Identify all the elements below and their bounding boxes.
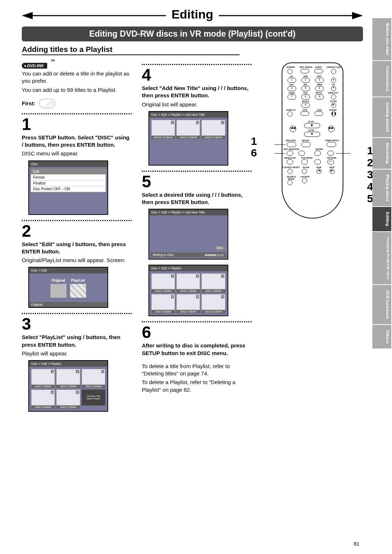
remote-control-diagram: 1 6 1 2 3 4 5 POWER REC SPEED AUDIO OPEN… [262,59,363,219]
step-3-body: Playlist will appear. [22,350,132,357]
step-5-screen-b: Disc > Edit > Playlist 1JAN/1 1:00AM 2JA… [148,265,228,316]
step-5-screen-a: Disc > Edit > Playlist > Add New Title 5… [148,209,228,260]
tab-playing-discs: Playing discs [372,170,391,207]
step-5-head: Select a desired title using / / / butto… [142,191,252,206]
step-3-number: 3 [22,315,132,332]
side-tabs: Before you start Connections Getting sta… [372,18,391,349]
sub-banner: Editing DVD-RW discs in VR mode (Playlis… [22,27,363,41]
step-1-number: 1 [22,116,132,133]
step-3-head: Select "PlayList" using / buttons, then … [22,334,132,349]
step-3-screen: Disc > Edit > Playlist 1JAN/1 1:00AM 2JA… [28,360,108,412]
step-2-body: Original/PlayList menu will appear. Scre… [22,257,132,264]
tab-editing: Editing [372,207,391,232]
dvd-rw-badge: ● DVD-RW [22,63,47,69]
step-1-head: Press SETUP button. Select "DISC" using … [22,134,132,149]
tab-recording: Recording [372,138,391,170]
step-6-body-2: To delete a Playlist, refer to "Deleting… [142,379,252,394]
tab-before-you-start: Before you start [372,18,391,61]
step-4-number: 4 [142,66,252,83]
dvd-indicator-icon [39,99,55,108]
step-4-body: Original list will appear. [142,101,252,108]
step-4-screen: Disc > Edit > Playlist > Add New Title 1… [148,111,228,166]
intro-text-2: You can add up to 99 titles to a Playlis… [22,86,132,94]
page-number: 81 [354,541,359,547]
step-2-screen: Disc > Edit Original PlayList Original [28,267,108,308]
section-title: Adding titles to a Playlist [22,45,240,55]
tab-vcr-functions: VCR functions [372,285,391,325]
step-1-screen: Disc Edit Format Finalize Disc Protect O… [28,160,108,215]
badge-vr-text: VR [51,59,132,62]
step-2-head: Select "Edit" using / buttons, then pres… [22,241,132,256]
step-4-head: Select "Add New Title" using / / / butto… [142,85,252,99]
tab-getting-started: Getting started [372,97,391,138]
step-6-number: 6 [142,324,252,341]
tab-connections: Connections [372,61,391,97]
tab-others: Others [372,325,391,349]
step-1-body: DISC menu will appear. [22,150,132,157]
step-2-number: 2 [22,223,132,239]
page-title-banner: Editing [22,7,363,24]
intro-text-1: You can add or delete a title in the pla… [22,70,132,85]
step-5-number: 5 [142,173,252,190]
first-label: First: [22,100,36,106]
step-6-head: After writing to disc is completed, pres… [142,342,252,357]
page-title: Editing [166,7,219,21]
step-6-body-1: To delete a title from Playlist, refer t… [142,363,252,378]
tab-changing-setup: Changing the SETUP menu [372,232,391,285]
